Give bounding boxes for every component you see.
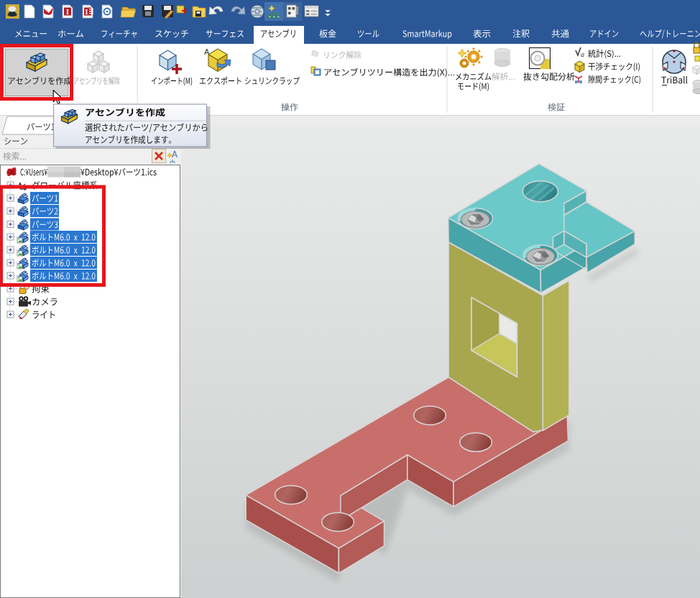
svg-text:I: I (66, 8, 69, 16)
svg-text:I: I (86, 8, 88, 16)
svg-text:a: a (581, 50, 584, 58)
